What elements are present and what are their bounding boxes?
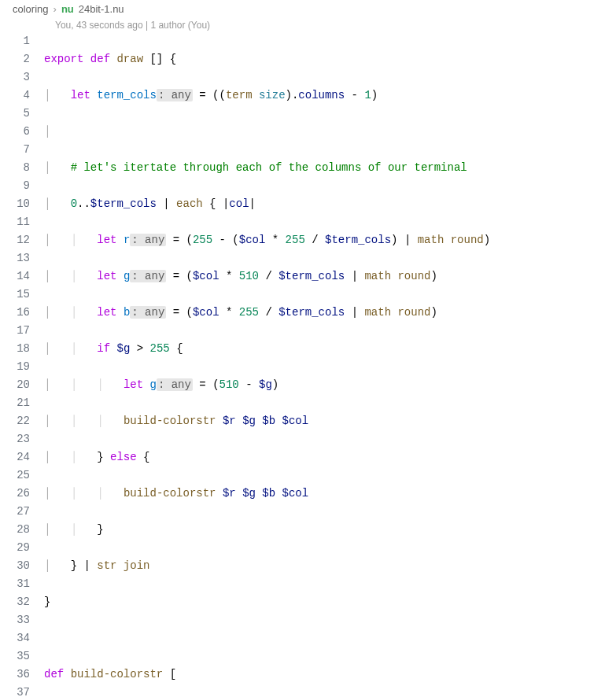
line-number-gutter: 1 2 3 4 5 6 7 8 9 10 11 12 13 14 15 16 1… (0, 32, 44, 697)
code-content[interactable]: export def draw [] { │ let term_cols: an… (44, 32, 616, 697)
git-blame-annotation: You, 43 seconds ago | 1 author (You) (0, 18, 616, 32)
breadcrumb-folder[interactable]: coloring (13, 3, 49, 15)
breadcrumb[interactable]: coloring › nu 24bit-1.nu (0, 0, 616, 18)
chevron-right-icon: › (53, 3, 57, 15)
code-editor[interactable]: 1 2 3 4 5 6 7 8 9 10 11 12 13 14 15 16 1… (0, 32, 616, 697)
language-badge: nu (61, 3, 74, 15)
breadcrumb-file[interactable]: 24bit-1.nu (79, 3, 124, 15)
